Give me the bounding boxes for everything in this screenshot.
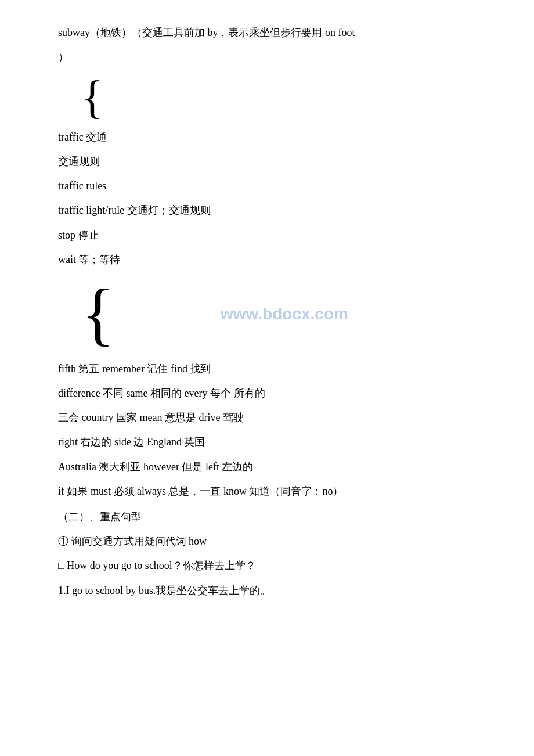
vocab-australia-text: Australia 澳大利亚 however 但是 left 左边的 (58, 461, 253, 473)
point-1-example-1-text: □ How do you go to school？你怎样去上学？ (58, 560, 256, 571)
vocab-traffic: traffic 交通 (58, 127, 499, 147)
vocab-wait: wait 等；等待 (58, 250, 499, 269)
left-brace-2: { (81, 283, 115, 345)
vocab-list-traffic: traffic 交通 交通规则 traffic rules traffic li… (58, 127, 499, 269)
section-two-text: （二）、重点句型 (58, 511, 142, 523)
vocab-fifth: fifth 第五 remember 记住 find 找到 (58, 359, 499, 379)
point-1-example-1: □ How do you go to school？你怎样去上学？ (58, 556, 499, 575)
brace-section-1: { (70, 74, 499, 120)
vocab-rules-cn: 交通规则 (58, 152, 499, 171)
left-brace-1: { (81, 76, 103, 118)
vocab-stop-text: stop 停止 (58, 229, 99, 241)
vocab-wait-text: wait 等；等待 (58, 254, 121, 265)
point-1-label: ① 询问交通方式用疑问代词 how (58, 531, 499, 551)
vocab-traffic-light-text: traffic light/rule 交通灯；交通规则 (58, 204, 211, 216)
watermark: www.bdocx.com (221, 305, 348, 323)
vocab-difference-text: difference 不同 same 相同的 every 每个 所有的 (58, 387, 265, 399)
point-1-example-2: 1.I go to school by bus.我是坐公交车去上学的。 (58, 581, 499, 600)
intro-line2: ） (58, 48, 499, 66)
intro-line: subway（地铁）（交通工具前加 by，表示乘坐但步行要用 on foot (58, 23, 499, 42)
vocab-right-text: right 右边的 side 边 England 英国 (58, 436, 205, 448)
brace-section-2: { www.bdocx.com (70, 276, 499, 352)
vocab-difference: difference 不同 same 相同的 every 每个 所有的 (58, 383, 499, 403)
vocab-traffic-rules: traffic rules (58, 176, 499, 196)
intro-text: subway（地铁）（交通工具前加 by，表示乘坐但步行要用 on foot (58, 27, 355, 38)
vocab-traffic-text: traffic 交通 (58, 131, 107, 143)
vocab-rules-cn-text: 交通规则 (58, 156, 100, 167)
vocab-stop: stop 停止 (58, 225, 499, 245)
section-two-header: （二）、重点句型 (58, 507, 499, 527)
vocab-country: 三会 country 国家 mean 意思是 drive 驾驶 (58, 408, 499, 427)
watermark-text: www.bdocx.com (221, 305, 348, 323)
intro-text2: ） (58, 51, 68, 63)
vocab-list-more: fifth 第五 remember 记住 find 找到 difference … (58, 359, 499, 501)
vocab-right: right 右边的 side 边 England 英国 (58, 432, 499, 452)
vocab-traffic-rules-text: traffic rules (58, 180, 106, 192)
vocab-traffic-light: traffic light/rule 交通灯；交通规则 (58, 200, 499, 220)
point-1-label-text: ① 询问交通方式用疑问代词 how (58, 535, 207, 547)
vocab-country-text: 三会 country 国家 mean 意思是 drive 驾驶 (58, 412, 244, 423)
content-area: subway（地铁）（交通工具前加 by，表示乘坐但步行要用 on foot ）… (58, 23, 499, 600)
point-1-example-2-text: 1.I go to school by bus.我是坐公交车去上学的。 (58, 585, 271, 596)
vocab-if: if 如果 must 必须 always 总是，一直 know 知道（同音字：n… (58, 481, 499, 501)
vocab-australia: Australia 澳大利亚 however 但是 left 左边的 (58, 457, 499, 477)
vocab-fifth-text: fifth 第五 remember 记住 find 找到 (58, 363, 211, 375)
vocab-if-text: if 如果 must 必须 always 总是，一直 know 知道（同音字：n… (58, 485, 343, 497)
